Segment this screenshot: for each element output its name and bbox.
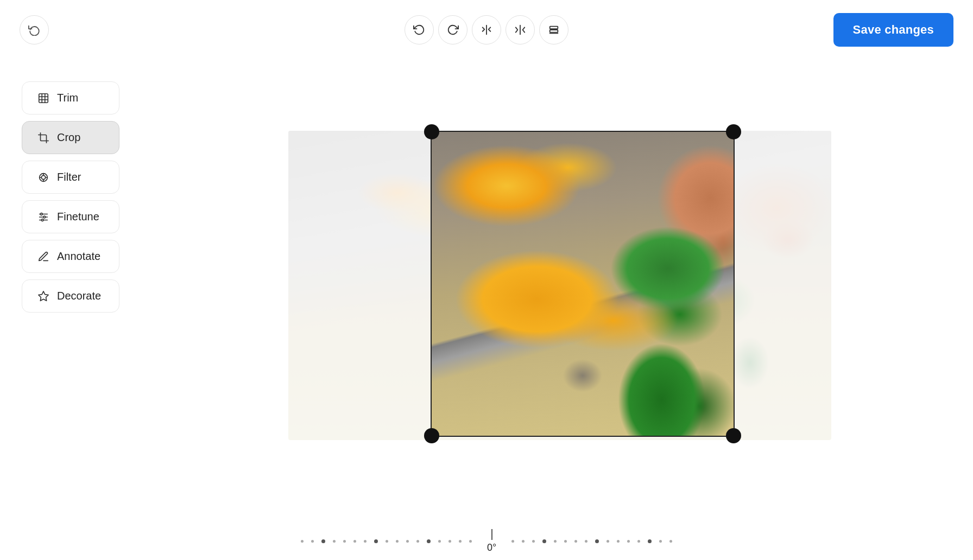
undo-button[interactable] [405, 15, 434, 44]
ruler-dot-large [321, 539, 325, 543]
crop-handle-top-right[interactable] [726, 124, 741, 139]
finetune-icon [37, 211, 49, 223]
svg-point-17 [41, 213, 43, 215]
ruler-dot [416, 540, 419, 543]
image-container [288, 131, 831, 440]
sidebar-item-filter-label: Filter [57, 171, 81, 183]
ruler-dot [617, 540, 620, 543]
ruler-dot [606, 540, 609, 543]
flip-icon [481, 24, 492, 36]
filter-icon [37, 171, 49, 183]
sidebar-item-finetune-label: Finetune [57, 211, 99, 223]
svg-point-9 [41, 175, 45, 179]
ruler-dot [406, 540, 409, 543]
sidebar-item-annotate-label: Annotate [57, 250, 100, 263]
mirror-button[interactable] [506, 15, 535, 44]
sidebar: Trim Crop Filter [22, 81, 119, 313]
sidebar-item-crop[interactable]: Crop [22, 121, 119, 154]
svg-rect-3 [39, 93, 48, 103]
crop-handle-top-left[interactable] [424, 124, 439, 139]
undo-icon [413, 24, 425, 36]
ruler-dot [301, 540, 304, 543]
decorate-icon [37, 290, 49, 302]
ruler-dot [396, 540, 399, 543]
svg-point-18 [43, 216, 46, 218]
ruler-dot [522, 540, 525, 543]
sidebar-item-trim-label: Trim [57, 92, 78, 104]
svg-point-19 [41, 219, 43, 221]
ruler-dot [574, 540, 577, 543]
ruler-dot [511, 540, 514, 543]
history-icon [28, 24, 40, 36]
layers-button[interactable] [539, 15, 568, 44]
redo-icon [447, 24, 459, 36]
canvas-area [147, 54, 973, 517]
crop-icon [37, 132, 49, 144]
ruler-dot [448, 540, 451, 543]
ruler-track-right [501, 539, 683, 543]
ruler-dot [343, 540, 346, 543]
annotate-icon [37, 251, 49, 263]
ruler-dot-large [427, 539, 431, 543]
ruler-dot [438, 540, 441, 543]
ruler-dot [659, 540, 662, 543]
ruler-dot [333, 540, 336, 543]
crop-handle-bottom-left[interactable] [424, 428, 439, 443]
crop-box[interactable] [431, 131, 735, 437]
ruler-indicator-line [491, 529, 492, 540]
rotation-ruler-container: 0° [0, 522, 973, 560]
svg-rect-1 [550, 30, 558, 33]
ruler-dot [469, 540, 472, 543]
ruler-dot-large [374, 539, 378, 543]
ruler-dot [564, 540, 567, 543]
svg-marker-20 [39, 291, 48, 300]
ruler-dot [311, 540, 314, 543]
ruler-dot [364, 540, 367, 543]
sidebar-item-filter[interactable]: Filter [22, 161, 119, 194]
history-button[interactable] [20, 15, 49, 44]
rotation-ruler[interactable]: 0° [290, 529, 683, 553]
sidebar-item-annotate[interactable]: Annotate [22, 240, 119, 273]
sidebar-item-decorate-label: Decorate [57, 290, 101, 302]
ruler-dot [386, 540, 388, 543]
save-changes-button[interactable]: Save changes [833, 13, 953, 47]
toolbar-center [405, 15, 568, 44]
ruler-dot [637, 540, 640, 543]
ruler-center: 0° [487, 529, 496, 553]
ruler-dot [353, 540, 356, 543]
ruler-dot [669, 540, 672, 543]
ruler-dot-large [595, 539, 599, 543]
sidebar-item-finetune[interactable]: Finetune [22, 200, 119, 233]
flip-button[interactable] [472, 15, 501, 44]
ruler-dot [532, 540, 535, 543]
sidebar-item-crop-label: Crop [57, 131, 80, 144]
ruler-dot-large [648, 539, 652, 543]
ruler-track-left [290, 539, 483, 543]
svg-rect-0 [550, 27, 558, 29]
ruler-dot [554, 540, 557, 543]
ruler-dot [627, 540, 630, 543]
redo-button[interactable] [438, 15, 467, 44]
trim-icon [37, 92, 49, 104]
crop-handle-bottom-right[interactable] [726, 428, 741, 443]
mirror-icon [514, 24, 526, 36]
sidebar-item-trim[interactable]: Trim [22, 81, 119, 114]
layers-icon [548, 24, 560, 36]
ruler-dot [459, 540, 462, 543]
header: Save changes [0, 0, 973, 60]
ruler-dot-large [542, 539, 546, 543]
ruler-dot [585, 540, 587, 543]
sidebar-item-decorate[interactable]: Decorate [22, 279, 119, 313]
rotation-value: 0° [487, 542, 496, 553]
